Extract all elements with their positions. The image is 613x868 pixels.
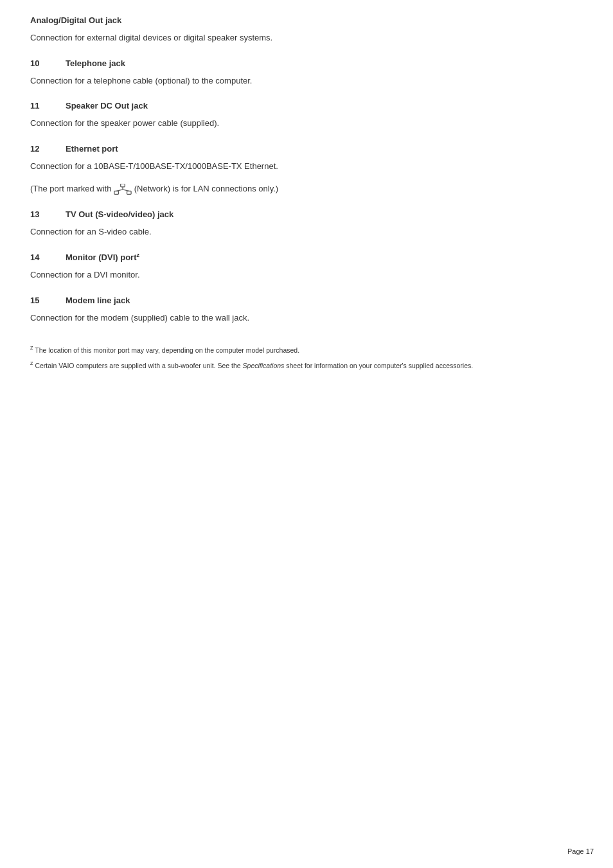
svg-line-5 xyxy=(123,190,129,191)
section-13-title: TV Out (S-video/video) jack xyxy=(66,209,173,219)
analog-description: Connection for external digital devices … xyxy=(30,31,570,44)
analog-heading: Analog/Digital Out jack xyxy=(30,15,570,25)
svg-line-4 xyxy=(116,190,123,191)
section-12-number: 12 xyxy=(30,144,66,154)
section-15-heading: 15 Modem line jack xyxy=(30,296,570,305)
svg-rect-2 xyxy=(127,191,132,194)
section-11-heading: 11 Speaker DC Out jack xyxy=(30,101,570,111)
section-12-description: Connection for a 10BASE-T/100BASE-TX/100… xyxy=(30,160,570,173)
section-12-title: Ethernet port xyxy=(66,144,118,154)
lan-note-text-after: (Network) is for LAN connections only.) xyxy=(134,184,278,193)
footnotes: z The location of this monitor port may … xyxy=(30,343,570,371)
page-number: Page 17 xyxy=(567,847,594,855)
section-12-heading: 12 Ethernet port xyxy=(30,144,570,154)
section-11-description: Connection for the speaker power cable (… xyxy=(30,117,570,130)
lan-note: (The port marked with (Network) is for L… xyxy=(30,182,570,195)
section-10-number: 10 xyxy=(30,58,66,68)
section-15-number: 15 xyxy=(30,296,66,305)
section-13-heading: 13 TV Out (S-video/video) jack xyxy=(30,209,570,219)
section-15-description: Connection for the modem (supplied) cabl… xyxy=(30,312,570,324)
svg-rect-1 xyxy=(114,191,119,194)
section-14-heading: 14 Monitor (DVI) portz xyxy=(30,252,570,262)
analog-title: Analog/Digital Out jack xyxy=(30,15,121,25)
section-13-number: 13 xyxy=(30,209,66,219)
lan-note-text-before: (The port marked with xyxy=(30,184,111,193)
network-icon xyxy=(114,184,132,195)
section-14-title: Monitor (DVI) portz xyxy=(66,252,139,262)
section-13-description: Connection for an S-video cable. xyxy=(30,226,570,238)
svg-rect-0 xyxy=(121,184,125,187)
footnote-1-marker: z xyxy=(30,344,33,351)
footnote-2-italic: Specifications xyxy=(243,361,285,369)
section-15-title: Modem line jack xyxy=(66,296,130,305)
section-11-number: 11 xyxy=(30,101,66,111)
footnote-2-text-after: sheet for information on your computer's… xyxy=(284,361,473,369)
section-11-title: Speaker DC Out jack xyxy=(66,101,148,111)
footnote-2-text-before: Certain VAIO computers are supplied with… xyxy=(35,361,242,369)
footnote-1-text: The location of this monitor port may va… xyxy=(35,346,299,354)
section-10-description: Connection for a telephone cable (option… xyxy=(30,75,570,87)
section-10-heading: 10 Telephone jack xyxy=(30,58,570,68)
dvi-superscript: z xyxy=(136,252,139,258)
page-container: Analog/Digital Out jack Connection for e… xyxy=(17,0,596,412)
section-10-title: Telephone jack xyxy=(66,58,125,68)
section-14-description: Connection for a DVI monitor. xyxy=(30,269,570,281)
section-14-number: 14 xyxy=(30,252,66,262)
footnote-1: z The location of this monitor port may … xyxy=(30,343,570,355)
footnote-2: z Certain VAIO computers are supplied wi… xyxy=(30,359,570,371)
footnote-2-marker: z xyxy=(30,360,33,366)
